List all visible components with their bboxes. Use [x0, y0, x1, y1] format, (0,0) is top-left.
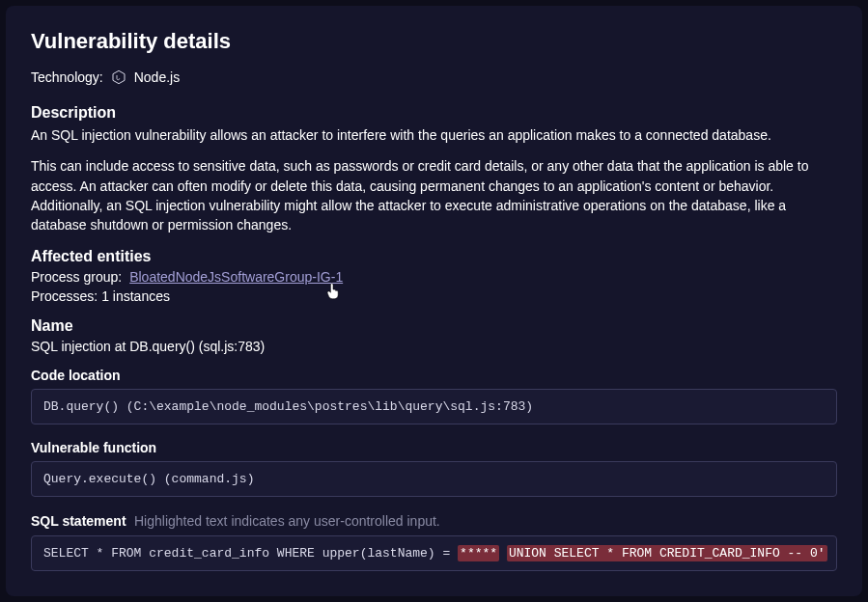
process-group-link[interactable]: BloatedNodeJsSoftwareGroup-IG-1 [129, 269, 343, 285]
technology-row: Technology: Node.js [31, 69, 837, 85]
sql-statement-label: SQL statement [31, 513, 126, 529]
description-heading: Description [31, 104, 837, 122]
technology-value: Node.js [134, 69, 180, 85]
nodejs-icon [111, 69, 126, 85]
sql-highlight-2: UNION SELECT * FROM CREDIT_CARD_INFO -- … [507, 545, 827, 561]
affected-entities-heading: Affected entities [31, 248, 837, 265]
vulnerability-details-panel: Vulnerability details Technology: Node.j… [6, 6, 862, 596]
processes-count: Processes: 1 instances [31, 288, 837, 304]
code-location-label: Code location [31, 368, 837, 383]
description-paragraph-2: This can include access to sensitive dat… [31, 156, 837, 234]
page-title: Vulnerability details [31, 29, 837, 54]
process-group-row: Process group: BloatedNodeJsSoftwareGrou… [31, 269, 837, 285]
process-group-label: Process group: [31, 269, 122, 285]
vulnerable-function-label: Vulnerable function [31, 440, 837, 455]
name-heading: Name [31, 317, 837, 335]
code-location-box: DB.query() (C:\example\node_modules\post… [31, 389, 837, 424]
technology-label: Technology: [31, 69, 103, 85]
sql-statement-header: SQL statement Highlighted text indicates… [31, 512, 837, 530]
description-paragraph-1: An SQL injection vulnerability allows an… [31, 125, 837, 145]
name-value: SQL injection at DB.query() (sql.js:783) [31, 339, 837, 354]
svg-marker-0 [113, 70, 125, 83]
vulnerable-function-box: Query.execute() (command.js) [31, 461, 837, 497]
sql-mid [499, 546, 507, 561]
sql-statement-hint: Highlighted text indicates any user-cont… [134, 513, 440, 529]
sql-statement-box: SELECT * FROM credit_card_info WHERE upp… [31, 535, 837, 571]
sql-prefix: SELECT * FROM credit_card_info WHERE upp… [43, 546, 458, 561]
sql-highlight-1: ***** [458, 545, 499, 561]
